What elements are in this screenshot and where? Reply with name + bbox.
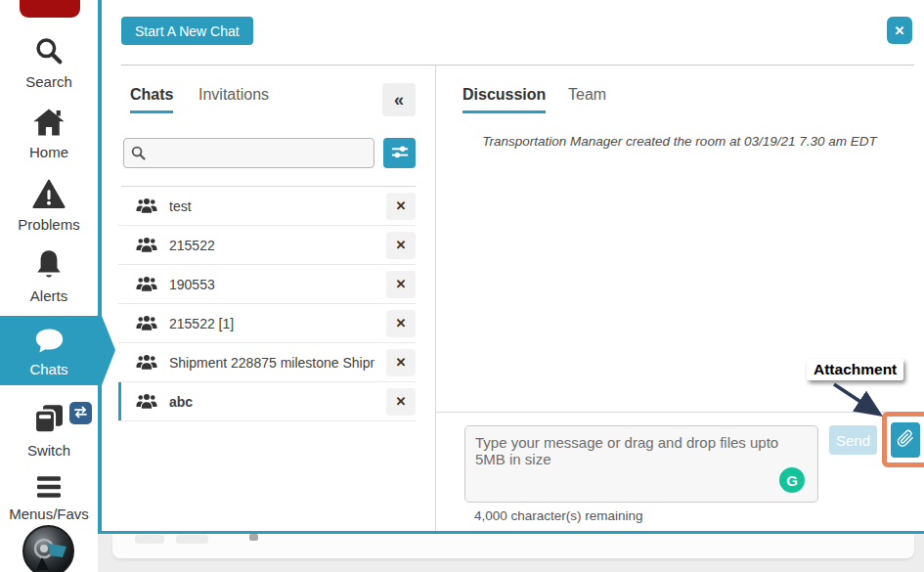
grammarly-icon[interactable]: G [779, 467, 805, 493]
chat-list-item[interactable]: test ✕ [118, 187, 416, 226]
sidebar-item-label: Problems [0, 216, 98, 233]
swap-icon [73, 405, 88, 422]
sidebar-item-label: Menus/Favs [0, 506, 98, 522]
group-icon [136, 315, 157, 331]
chat-item-label: 215522 [169, 238, 215, 253]
app-logo [20, 0, 80, 18]
attachment-button[interactable] [891, 422, 920, 458]
underlying-text-fragment [249, 534, 258, 541]
annotation-arrow [826, 381, 889, 428]
collapse-panel-button[interactable]: « [382, 83, 416, 116]
sidebar-item-alerts[interactable]: Alerts [0, 249, 98, 304]
alerts-icon [35, 249, 63, 285]
chat-item-label: test [169, 198, 192, 214]
sidebar-item-label: Search [0, 73, 98, 90]
panel-divider [435, 66, 436, 531]
group-icon [136, 276, 157, 292]
tab-team[interactable]: Team [568, 86, 606, 110]
tab-chats[interactable]: Chats [130, 86, 173, 113]
system-message: Transportation Manager created the room … [445, 134, 914, 149]
underlying-button [176, 535, 208, 544]
group-icon [136, 198, 157, 214]
sidebar: Search Home Problems Alerts Chats [0, 0, 98, 572]
search-input[interactable] [123, 138, 374, 168]
modal-bottom-accent [98, 531, 924, 534]
sidebar-item-search[interactable]: Search [0, 35, 98, 90]
tab-invitations[interactable]: Invitations [198, 86, 269, 110]
user-avatar[interactable] [22, 525, 74, 572]
sidebar-item-label: Home [0, 144, 98, 160]
menus-icon [33, 475, 65, 503]
sidebar-item-chats[interactable]: Chats [0, 316, 98, 385]
chat-item-label: Shipment 228875 milestone Shipm... [169, 355, 374, 371]
filter-icon [390, 143, 410, 163]
home-icon [32, 108, 66, 141]
chat-list-item[interactable]: 215522 [1] ✕ [118, 304, 416, 343]
characters-remaining: 4,000 character(s) remaining [474, 508, 643, 523]
selected-indicator [118, 382, 121, 420]
chat-list-item[interactable]: 215522 ✕ [118, 226, 416, 265]
chat-item-close-button[interactable]: ✕ [386, 349, 416, 376]
group-icon [136, 393, 157, 410]
chat-list-item[interactable]: 190553 ✕ [118, 265, 416, 304]
chat-list: test ✕ 215522 ✕ 190553 [118, 187, 416, 421]
search-icon [130, 145, 147, 165]
sidebar-item-label: Chats [0, 361, 98, 377]
chat-item-close-button[interactable]: ✕ [386, 388, 416, 416]
screen: Search Home Problems Alerts Chats [0, 0, 924, 572]
sidebar-item-label: Alerts [0, 287, 98, 304]
chat-item-label: 190553 [169, 277, 215, 292]
swap-button[interactable] [69, 402, 92, 424]
send-button: Send [829, 425, 877, 455]
underlying-card [112, 534, 914, 558]
chat-list-item[interactable]: abc ✕ [118, 382, 416, 421]
chat-item-close-button[interactable]: ✕ [386, 232, 416, 259]
problems-icon [32, 179, 66, 213]
header-divider [121, 65, 914, 66]
chat-item-close-button[interactable]: ✕ [386, 310, 416, 337]
search-icon [33, 35, 65, 70]
sidebar-item-label: Switch [0, 442, 98, 459]
sidebar-item-problems[interactable]: Problems [0, 179, 98, 233]
chats-icon [34, 328, 65, 358]
chat-list-item[interactable]: Shipment 228875 milestone Shipm... ✕ [118, 343, 416, 382]
modal-left-accent [98, 0, 102, 534]
start-new-chat-button[interactable]: Start A New Chat [121, 17, 253, 45]
collapse-icon: « [394, 90, 404, 110]
close-icon: ✕ [895, 23, 905, 38]
group-icon [136, 354, 157, 371]
group-icon [136, 237, 157, 253]
chat-item-close-button[interactable]: ✕ [386, 271, 416, 298]
tab-discussion[interactable]: Discussion [462, 86, 546, 113]
message-input[interactable] [464, 425, 818, 503]
underlying-button [135, 535, 164, 544]
attachment-icon [897, 429, 914, 451]
chat-item-close-button[interactable]: ✕ [386, 193, 416, 220]
chat-item-label: abc [169, 394, 193, 410]
sidebar-item-home[interactable]: Home [0, 108, 98, 160]
chat-item-label: 215522 [1] [169, 316, 234, 331]
active-item-arrow [102, 316, 115, 385]
annotation-label: Attachment [807, 359, 903, 380]
close-modal-button[interactable]: ✕ [887, 17, 912, 44]
sidebar-item-menus-favs[interactable]: Menus/Favs [0, 475, 98, 522]
chat-search [123, 138, 374, 168]
switch-icon [31, 404, 66, 439]
filter-button[interactable] [383, 138, 416, 168]
